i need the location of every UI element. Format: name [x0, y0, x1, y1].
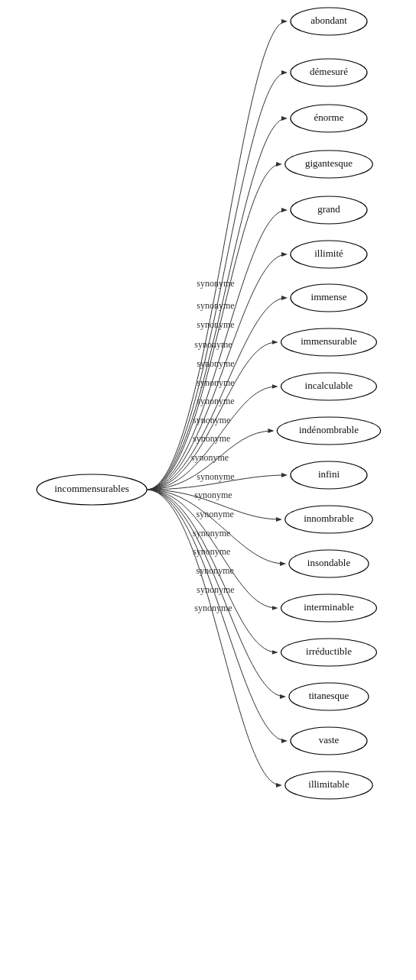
label-innombrable: innombrable	[304, 513, 354, 524]
label-vaste: vaste	[319, 734, 340, 746]
edge-label-vaste: synonyme	[197, 584, 234, 595]
edge-label-immensurable: synonyme	[193, 415, 230, 425]
label-grand: grand	[317, 203, 340, 215]
edge-label-infini: synonyme	[197, 471, 234, 482]
graph-svg: incommensurablessynonymeabondantsynonyme…	[0, 0, 416, 980]
edge-label-immense: synonyme	[197, 396, 234, 406]
edge-label-illimitable: synonyme	[194, 603, 232, 613]
edge-label-indénombrable: synonyme	[191, 452, 229, 463]
label-immensurable: immensurable	[301, 335, 357, 347]
edge-label-innombrable: synonyme	[194, 490, 232, 500]
label-infini: infini	[318, 468, 340, 480]
label-incalculable: incalculable	[305, 380, 353, 391]
edge-label-incalculable: synonyme	[193, 433, 230, 444]
label-abondant: abondant	[310, 15, 347, 26]
label-illimité: illimité	[314, 247, 343, 259]
label-énorme: énorme	[314, 112, 344, 123]
label-illimitable: illimitable	[308, 778, 349, 790]
label-irréductible: irréductible	[306, 645, 352, 657]
edge-label-grand: synonyme	[197, 358, 234, 369]
label-insondable: insondable	[307, 557, 351, 568]
label-gigantesque: gigantesque	[305, 157, 353, 169]
label-indénombrable: indénombrable	[299, 424, 359, 435]
label-demesuré: démesuré	[310, 66, 348, 77]
center-label: incommensurables	[54, 483, 128, 494]
edge-label-insondable: synonyme	[196, 509, 233, 519]
label-titanesque: titanesque	[309, 690, 349, 701]
label-immense: immense	[311, 291, 347, 302]
edge-label-gigantesque: synonyme	[194, 339, 232, 350]
edge-label-demesuré: synonyme	[197, 300, 234, 311]
edge-label-titanesque: synonyme	[196, 565, 233, 576]
edge-to-grand	[147, 210, 286, 490]
label-interminable: interminable	[304, 601, 354, 613]
